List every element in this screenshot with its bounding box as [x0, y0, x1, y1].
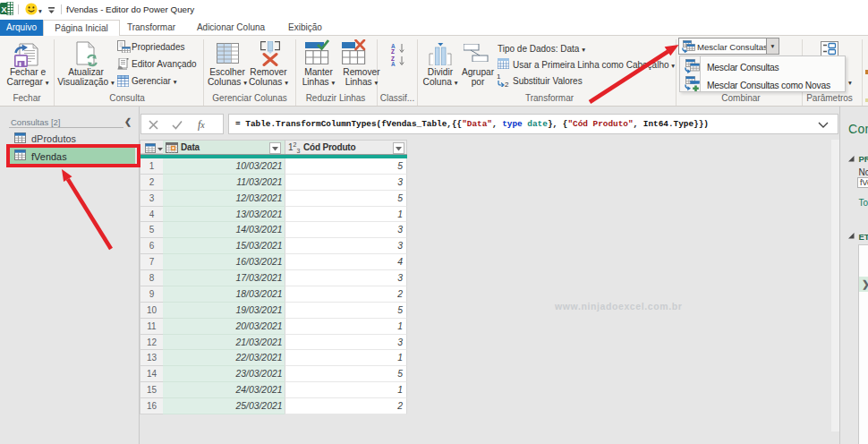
- svg-text:Z: Z: [391, 48, 395, 54]
- svg-text:2: 2: [505, 81, 509, 87]
- svg-text:X: X: [1, 4, 7, 14]
- svg-text:1: 1: [497, 73, 501, 81]
- svg-text:A: A: [391, 61, 396, 66]
